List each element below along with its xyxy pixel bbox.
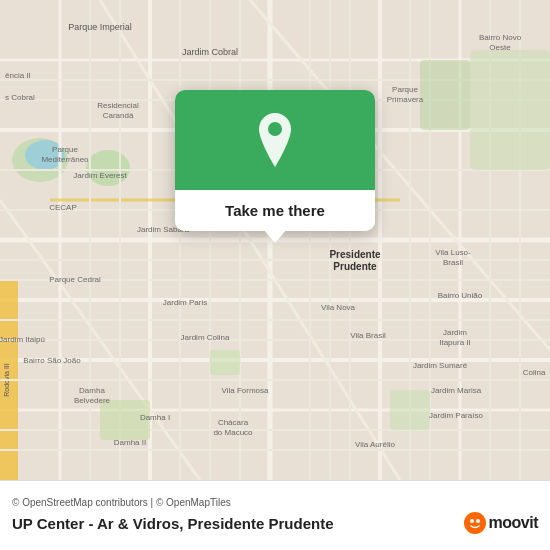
map-label-jardim-everest: Jardim Everest bbox=[73, 171, 127, 180]
svg-rect-48 bbox=[210, 350, 240, 375]
map-label-parque-cedral: Parque Cedral bbox=[49, 275, 101, 284]
map-label-caranda: Carandá bbox=[103, 111, 134, 120]
map-attribution: © OpenStreetMap contributors | © OpenMap… bbox=[12, 497, 538, 508]
map-label-parque-med-2: Mediterrâneo bbox=[41, 155, 89, 164]
map-label-vila-aurelio: Vila Aurélio bbox=[355, 440, 395, 449]
map-label-jardim-paraiso: Jardim Paraíso bbox=[429, 411, 483, 420]
popup-card: Take me there bbox=[175, 90, 375, 231]
map-label-residencial: Residencial bbox=[97, 101, 139, 110]
map-container: Rodovia III Parque Im bbox=[0, 0, 550, 480]
svg-point-50 bbox=[268, 122, 282, 136]
map-label-presidente-prudente: Presidente bbox=[329, 249, 381, 260]
map-label-vila-formosa: Vila Formosa bbox=[222, 386, 270, 395]
popup-green-area bbox=[175, 90, 375, 190]
map-label-parque-primavera-2: Primavera bbox=[387, 95, 424, 104]
svg-point-52 bbox=[470, 519, 474, 523]
place-info: UP Center - Ar & Vidros, Presidente Prud… bbox=[12, 512, 538, 534]
map-label-presidente-prudente-2: Prudente bbox=[333, 261, 377, 272]
map-label-bairro-sao-joao: Bairro São João bbox=[23, 356, 81, 365]
map-label-vila-luso: Vila Luso- bbox=[435, 248, 471, 257]
map-label-damha-belvedere: Damha bbox=[79, 386, 105, 395]
location-pin-icon bbox=[253, 113, 297, 167]
svg-point-53 bbox=[476, 519, 480, 523]
map-label-jardim-itapura-2: Itapura II bbox=[439, 338, 471, 347]
svg-rect-47 bbox=[390, 390, 430, 430]
map-label-damha-ii: Damha II bbox=[114, 438, 146, 447]
map-label-jardim-itaipu: Jardim Itaipú bbox=[0, 335, 45, 344]
map-label-parque-primavera: Parque bbox=[392, 85, 418, 94]
map-label-jardim-paris: Jardim Paris bbox=[163, 298, 207, 307]
map-label-cecap: CECAP bbox=[49, 203, 77, 212]
map-label-bairro-novo-2: Oeste bbox=[489, 43, 511, 52]
place-name: UP Center - Ar & Vidros, Presidente Prud… bbox=[12, 515, 456, 532]
map-label-bairro-uniao: Bairro União bbox=[438, 291, 483, 300]
bottom-bar: © OpenStreetMap contributors | © OpenMap… bbox=[0, 480, 550, 550]
map-label-jardim-cobral: Jardim Cobral bbox=[182, 47, 238, 57]
map-label-colina: Colina bbox=[523, 368, 546, 377]
map-label-cobral: s Cobral bbox=[5, 93, 35, 102]
svg-rect-45 bbox=[470, 50, 550, 170]
map-label-damha-i: Damha I bbox=[140, 413, 170, 422]
map-label-encia: ência II bbox=[5, 71, 31, 80]
map-label-parque-med: Parque bbox=[52, 145, 78, 154]
map-label-jardim-colina: Jardim Colina bbox=[181, 333, 230, 342]
svg-point-51 bbox=[464, 512, 486, 534]
map-label-jardim-itapura: Jardim bbox=[443, 328, 467, 337]
moovit-logo-icon bbox=[464, 512, 486, 534]
map-label-vila-nova: Vila Nova bbox=[321, 303, 356, 312]
take-me-there-button[interactable]: Take me there bbox=[175, 190, 375, 231]
map-label-damha-belvedere-2: Belvedere bbox=[74, 396, 111, 405]
moovit-logo: moovit bbox=[464, 512, 538, 534]
map-label-vila-luso-2: Brasil bbox=[443, 258, 463, 267]
map-label-bairro-novo: Bairro Novo bbox=[479, 33, 522, 42]
map-label-jardim-sumare: Jardim Sumaré bbox=[413, 361, 468, 370]
svg-point-1 bbox=[86, 150, 130, 186]
map-label-parque-imperial: Parque Imperial bbox=[68, 22, 132, 32]
svg-rect-46 bbox=[420, 60, 470, 130]
map-label-vila-brasil: Vila Brasil bbox=[350, 331, 386, 340]
moovit-text: moovit bbox=[489, 514, 538, 532]
map-label-chacara-macuco-2: do Macuco bbox=[213, 428, 253, 437]
map-label-chacara-macuco: Chácara bbox=[218, 418, 249, 427]
map-label-jardim-marisa: Jardim Marisa bbox=[431, 386, 482, 395]
